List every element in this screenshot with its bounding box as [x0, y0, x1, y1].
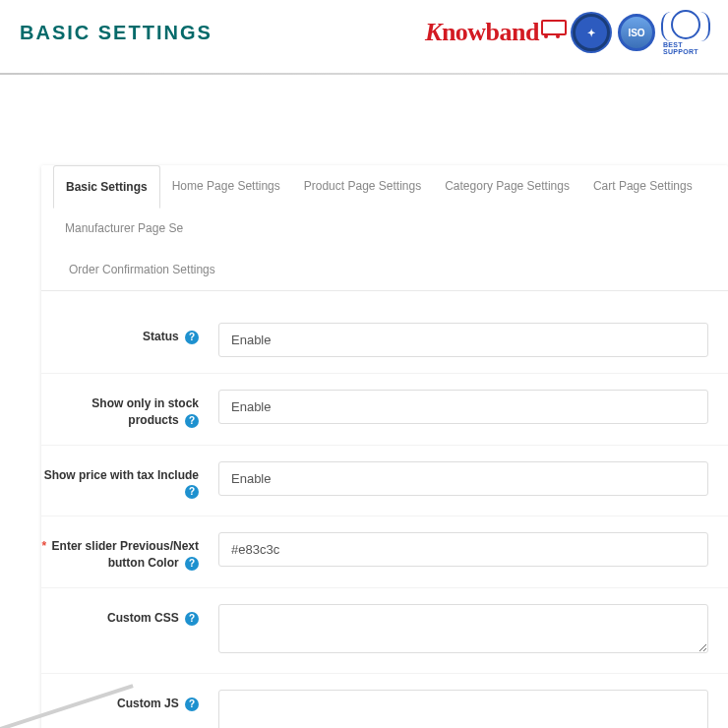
tab-basic-settings[interactable]: Basic Settings	[53, 165, 160, 209]
page-header: BASIC SETTINGS Knowband ✦ ISO BEST SUPPO…	[0, 0, 728, 73]
label-status-text: Status	[143, 330, 179, 343]
iso-seal-icon: ISO	[618, 14, 655, 51]
help-icon[interactable]: ?	[185, 698, 199, 711]
row-css: Custom CSS ?	[41, 588, 728, 674]
help-icon[interactable]: ?	[185, 331, 199, 344]
cert-seal-icon: ✦	[573, 14, 610, 51]
label-css-text: Custom CSS	[107, 611, 179, 625]
row-tax: Show price with tax Include ? Enable	[41, 446, 728, 517]
tab-product-page-settings[interactable]: Product Page Settings	[292, 165, 433, 208]
wreath-icon	[671, 10, 700, 39]
best-support-label: BEST SUPPORT	[663, 41, 708, 55]
best-support-seal: BEST SUPPORT	[663, 10, 708, 55]
tab-category-page-settings[interactable]: Category Page Settings	[433, 165, 581, 208]
settings-panel: Basic Settings Home Page Settings Produc…	[41, 165, 728, 728]
custom-css-textarea[interactable]	[218, 604, 708, 653]
tax-select[interactable]: Enable	[218, 461, 708, 496]
help-icon[interactable]: ?	[185, 612, 199, 626]
label-tax-text: Show price with tax Include	[44, 468, 199, 482]
tab-home-page-settings[interactable]: Home Page Settings	[160, 165, 292, 208]
stock-select[interactable]: Enable	[218, 390, 708, 424]
page-title: BASIC SETTINGS	[20, 22, 212, 44]
row-js: Custom JS ?	[41, 674, 728, 728]
tabs-nav: Basic Settings Home Page Settings Produc…	[41, 165, 728, 291]
label-js-text: Custom JS	[117, 697, 179, 710]
tab-cart-page-settings[interactable]: Cart Page Settings	[581, 165, 704, 208]
label-color-text: Enter slider Previous/Next button Color	[52, 539, 199, 570]
label-color: * Enter slider Previous/Next button Colo…	[41, 532, 209, 572]
label-stock-text: Show only in stock products	[91, 396, 199, 427]
knowband-logo: Knowband	[425, 18, 565, 47]
help-icon[interactable]: ?	[185, 557, 199, 571]
header-divider	[0, 73, 728, 75]
required-asterisk: *	[42, 539, 47, 553]
custom-js-textarea[interactable]	[218, 690, 708, 728]
help-icon[interactable]: ?	[185, 414, 199, 428]
row-stock: Show only in stock products ? Enable	[41, 374, 728, 446]
cart-icon	[541, 20, 565, 37]
header-logos: Knowband ✦ ISO BEST SUPPORT	[425, 10, 708, 55]
tab-order-confirmation-settings[interactable]: Order Confirmation Settings	[57, 249, 716, 290]
button-color-input[interactable]	[218, 532, 708, 567]
help-icon[interactable]: ?	[185, 485, 199, 499]
status-select[interactable]: Enable	[218, 323, 708, 357]
label-tax: Show price with tax Include ?	[41, 461, 209, 501]
label-css: Custom CSS ?	[41, 604, 209, 627]
row-color: * Enter slider Previous/Next button Colo…	[41, 516, 728, 588]
label-stock: Show only in stock products ?	[41, 390, 209, 429]
tab-manufacturer-page-settings[interactable]: Manufacturer Page Se	[53, 208, 195, 249]
settings-form: Status ? Enable Show only in stock produ…	[41, 291, 728, 728]
row-status: Status ? Enable	[41, 307, 728, 374]
label-status: Status ?	[41, 323, 209, 345]
